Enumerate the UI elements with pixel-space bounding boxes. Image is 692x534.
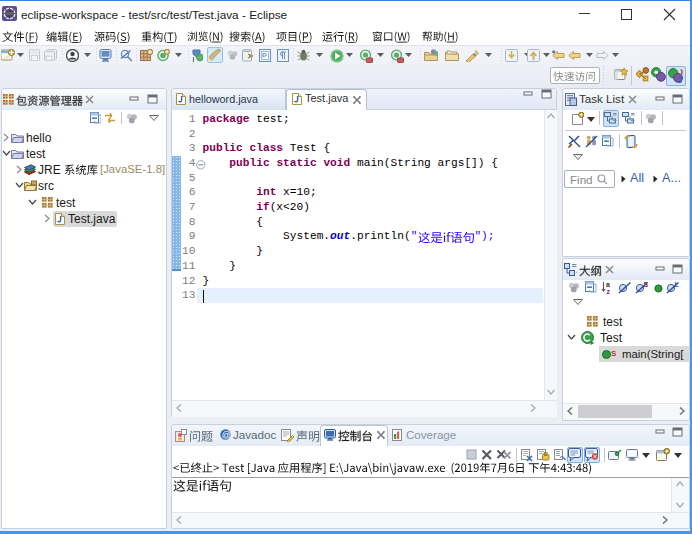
svg-text:S: S bbox=[611, 349, 616, 358]
svg-text:@: @ bbox=[222, 430, 231, 440]
svg-text:z: z bbox=[607, 288, 611, 295]
